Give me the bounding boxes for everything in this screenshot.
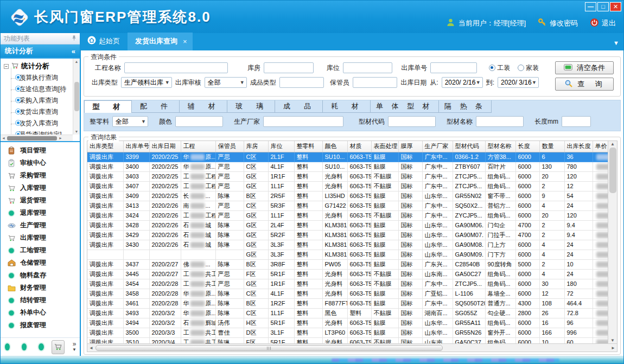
material-tab-5[interactable]: 耗 材 [323,100,371,113]
column-header-膜厚[interactable]: 膜厚 [398,141,422,152]
tab-shipping-outbound-query[interactable]: 发货出库查询 × [128,33,193,50]
sidebar-item-purchase-mgmt[interactable]: 采购管理 [1,169,80,182]
sidebar-item-production-mgmt[interactable]: 生产管理 [1,219,80,232]
tree-item-采购入库查询[interactable]: 采购入库查询 [8,95,72,106]
scroll-right-icon[interactable]: ► [611,346,615,350]
material-tab-3[interactable]: 玻 璃 [227,100,275,113]
table-row[interactable]: 调拨出库34452020/2/27工共工程严思F区5R1F整料光身料6063-T… [87,269,608,279]
table-row[interactable]: 调拨出库35002020/3/3工共工程曹佳D区3L1F整料LT3P606063… [87,328,608,337]
logout-button[interactable]: 退出 [590,18,616,29]
table-row[interactable]: 调拨出库35102020/3/4工共工程陈琳F区5R1F整料光身料6063-T5… [87,337,608,343]
sidebar-item-carryover-mgmt[interactable]: 结转管理 [1,294,80,306]
column-header-型材代码[interactable]: 型材代码 [453,141,485,152]
material-tab-6[interactable]: 单 体 型 材 [371,100,439,113]
column-header-出库类型[interactable]: 出库类型 [87,141,123,152]
scroll-down-icon[interactable]: ▼ [610,338,615,343]
footer-dot-icon[interactable] [5,343,10,350]
sidebar-item-supplement-center[interactable]: 补单中心 [1,306,80,319]
tree-horizontal-scrollbar[interactable]: ◄ ► [1,135,73,141]
more-sections-button[interactable]: »▼ [72,342,77,352]
change-password-button[interactable]: 修改密码 [538,18,578,29]
search-button[interactable]: 查 询 [555,78,614,91]
sidebar-item-audit-center[interactable]: 审核中心 [1,157,80,169]
sidebar-item-warehouse-mgmt[interactable]: 仓储管理 [1,257,80,269]
tab-home[interactable]: 起始页 [81,36,128,50]
tree-item-在途信息查询[待[interactable]: 在途信息查询[待 [8,84,72,95]
radio-work[interactable] [489,65,495,71]
whole-part-select[interactable]: 全部▼ [112,116,148,127]
sidebar-item-inventory-check[interactable]: 物料盘存 [1,269,80,282]
column-header-生产厂家[interactable]: 生产厂家 [422,141,453,152]
column-header-库位[interactable]: 库位 [268,141,294,152]
table-row[interactable]: 调拨出库34302020/2/26石城陈琳G区3L3F整料KLM38176063… [87,240,608,250]
tree-item-预算执行查询[interactable]: 预算执行查询 [8,72,72,84]
project-name-input[interactable] [124,62,228,73]
date-from-picker[interactable]: 2020/ 2/16▼ [442,77,483,88]
column-header-型材名称[interactable]: 型材名称 [485,141,515,152]
column-header-工程[interactable]: 工程 [181,141,215,152]
table-row[interactable]: 调拨出库34292020/2/26石城陈琳G区5R2F整料KLM38176063… [87,230,608,240]
maximize-button[interactable]: □ [597,2,609,11]
footer-cart-button[interactable] [52,340,65,354]
table-row[interactable]: 调拨出库34242020/2/26工工程严思G区1L1F整料光身料6063-T5… [87,210,608,220]
close-button[interactable]: ✕ [610,2,621,11]
footer-dot-icon[interactable] [22,343,27,350]
table-row[interactable]: 调拨出库33992020/2/25华原...严思C区2L1F整料SU10...6… [87,152,608,162]
sidebar-item-return-store-mgmt[interactable]: 退库管理 [1,207,80,219]
tree-item-发货出库查询[interactable]: 发货出库查询 [8,106,72,118]
sidebar-item-outbound-mgmt[interactable]: 出库管理 [1,232,80,244]
out-type-select[interactable]: 生产领料出库▼ [121,77,172,88]
scroll-right-icon[interactable]: ► [59,136,62,140]
column-header-颜色[interactable]: 颜色 [322,141,347,152]
manufacturer-input[interactable] [263,116,343,127]
table-row[interactable]: 调拨出库34542020/2/28工共工程严思G区1R1F整料光身料6063-T… [87,279,608,289]
table-row[interactable]: 调拨出库34372020/2/27佛...陈琳B区3R8F整料PW056063-… [87,259,608,269]
material-tab-0[interactable]: 型 材 [84,100,132,113]
material-tab-7[interactable]: 隔 热 条 [439,100,492,113]
tree-expander-icon[interactable]: − [4,64,9,69]
column-header-长度[interactable]: 长度 [515,141,539,152]
material-tab-1[interactable]: 配 件 [132,100,180,113]
warehouse-input[interactable] [264,62,314,73]
column-header-出库日期[interactable]: 出库日期 [149,141,181,152]
product-type-input[interactable] [279,77,324,88]
pin-icon[interactable] [72,35,77,43]
material-tab-2[interactable]: 辅 材 [180,100,227,113]
scroll-up-icon[interactable]: ▲ [75,60,79,63]
minimize-button[interactable]: — [585,2,596,11]
tree-root-statistics[interactable]: − 统计分析 [3,60,72,72]
tree-item-收货入库查询[interactable]: 收货入库查询 [8,118,72,129]
profile-name-input[interactable] [476,116,524,127]
material-tab-4[interactable]: 成 品 [275,100,323,113]
column-header-出库单号[interactable]: 出库单号 [123,141,149,152]
order-no-input[interactable] [430,62,477,73]
scroll-thumb[interactable] [609,148,616,193]
scroll-down-icon[interactable]: ▼ [75,130,79,133]
scroll-thumb[interactable] [7,136,57,141]
length-input[interactable] [562,116,591,127]
tab-close-icon[interactable]: × [183,37,187,46]
date-to-picker[interactable]: 2020/ 3/16▼ [498,77,539,88]
keeper-input[interactable] [353,77,397,88]
color-input[interactable] [175,116,223,127]
sidebar-item-site-mgmt[interactable]: 工地管理 [1,244,80,257]
table-horizontal-scrollbar[interactable]: ◄ ► [87,343,617,352]
scroll-thumb[interactable] [74,82,79,111]
table-row[interactable]: 调拨出库34092020/2/25长...陈琳B区2R5F整料LI35HD606… [87,191,608,201]
sidebar-item-project-mgmt[interactable]: 项目管理 [1,144,80,157]
column-header-数量[interactable]: 数量 [539,141,564,152]
column-header-整零料[interactable]: 整零料 [294,141,322,152]
location-input[interactable] [343,62,393,73]
profile-code-input[interactable] [388,116,436,127]
scroll-thumb[interactable] [95,345,443,351]
table-row[interactable]: 调拨出库34282020/2/26石城陈琳G区2L4F整料KLM38176063… [87,220,608,230]
table-row[interactable]: 调拨出库34932020/3/2华原...陈琳C区1L1F整料黑色塑料不贴膜国标… [87,308,608,318]
column-header-出库长度[interactable]: 出库长度 [564,141,593,152]
table-row[interactable]: 调拨出库34032020/2/25工工程严思G区1R1F整料光身料6063-T5… [87,171,608,181]
column-header-材质[interactable]: 材质 [347,141,371,152]
tree-vertical-scrollbar[interactable]: ▲ ▼ [73,59,80,135]
table-vertical-scrollbar[interactable]: ▲ ▼ [608,141,617,343]
collapse-icon[interactable]: « [72,47,75,55]
sidebar-section-statistics[interactable]: 统计分析 « [1,44,80,58]
tab-list-dropdown-icon[interactable]: ▼ [613,40,619,46]
